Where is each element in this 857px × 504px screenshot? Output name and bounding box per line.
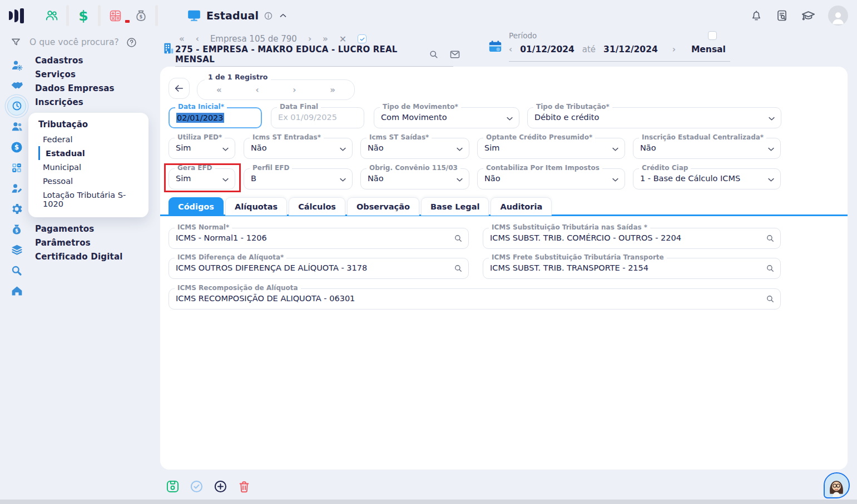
field-data-inicial[interactable]: Data Inicial* 02/01/2023: [169, 107, 262, 128]
clear-company-icon[interactable]: ✕: [339, 34, 346, 44]
chevron-up-icon[interactable]: [278, 11, 288, 21]
select-tipo-movimento[interactable]: Tipo de Movimento* Com Movimento: [374, 107, 519, 128]
bell-icon[interactable]: [750, 9, 763, 22]
sidebar-item-parametros[interactable]: Parâmetros: [35, 236, 160, 249]
search-icon[interactable]: [765, 233, 775, 243]
field-label: Gera EFD: [175, 164, 215, 172]
document-search-icon[interactable]: [775, 9, 789, 22]
calculator-blue-icon[interactable]: [6, 157, 28, 178]
sidebar-item-cadastros[interactable]: Cadastros: [35, 53, 160, 67]
select-icms-st-entradas[interactable]: Icms ST Entradas* Não: [244, 138, 353, 159]
lookup-icms-recomposicao[interactable]: ICMS Recomposição de Alíquota ICMS RECOM…: [169, 288, 781, 310]
select-credito-ciap[interactable]: Crédito Ciap 1 - Base de Cálculo ICMS: [633, 168, 781, 189]
filter-icon[interactable]: [10, 37, 22, 48]
check-circle-icon[interactable]: [189, 479, 204, 494]
select-obrig-convenio[interactable]: Obrig. Convênio 115/03 Não: [360, 168, 469, 189]
tab-aliquotas[interactable]: Alíquotas: [225, 197, 287, 216]
search-blue-icon[interactable]: [6, 260, 28, 281]
search-icon[interactable]: [453, 233, 463, 243]
page-header: Estadual: [187, 8, 288, 23]
field-label: Icms ST Entradas*: [250, 133, 324, 141]
save-icon[interactable]: [165, 479, 180, 494]
select-utiliza-ped[interactable]: Utiliza PED* Sim: [169, 138, 235, 159]
company-search-icon[interactable]: [428, 49, 439, 60]
help-icon[interactable]: [126, 37, 137, 48]
info-icon[interactable]: [264, 11, 273, 21]
period-mode-select[interactable]: Mensal: [691, 44, 726, 54]
select-icms-st-saidas[interactable]: Icms ST Saídas* Não: [360, 138, 469, 159]
back-button[interactable]: [169, 78, 190, 99]
gear-icon[interactable]: [6, 198, 28, 219]
select-perfil-efd[interactable]: Perfil EFD B: [244, 168, 353, 189]
select-value: Não: [361, 169, 469, 188]
first-company-button[interactable]: «: [179, 34, 185, 44]
period-prev-button[interactable]: ‹: [509, 44, 512, 54]
delete-icon[interactable]: [237, 480, 251, 494]
record-action-bar: [165, 479, 251, 494]
period-checkbox[interactable]: [708, 31, 717, 40]
prev-company-button[interactable]: ‹: [196, 34, 199, 44]
submenu-item-pessoal[interactable]: Pessoal: [38, 174, 138, 188]
sidebar-item-dados-empresas[interactable]: Dados Empresas: [35, 81, 160, 95]
period-next-button[interactable]: ›: [672, 44, 676, 54]
sidebar-item-servicos[interactable]: Serviços: [35, 67, 160, 81]
period-start-date[interactable]: 01/12/2024: [520, 44, 574, 54]
tab-calculos[interactable]: Cálculos: [289, 197, 345, 216]
mail-icon[interactable]: [449, 49, 460, 60]
submenu-item-lotacao[interactable]: Lotação Tributária S-1020: [38, 188, 138, 211]
next-record-button[interactable]: ›: [293, 85, 296, 95]
dollar-circle-icon[interactable]: $: [6, 137, 28, 157]
submenu-item-federal[interactable]: Federal: [38, 132, 138, 146]
tab-auditoria[interactable]: Auditoria: [491, 197, 552, 216]
monitor-icon: [187, 8, 201, 23]
horizontal-scrollbar[interactable]: [0, 500, 857, 504]
clock-icon-active[interactable]: [7, 97, 26, 116]
add-icon[interactable]: [213, 479, 228, 494]
divider: [509, 61, 730, 62]
select-tipo-tributacao[interactable]: Tipo de Tributação* Débito e crédito: [527, 107, 781, 128]
moneybag-blue-icon[interactable]: $: [6, 219, 28, 239]
layers-icon[interactable]: [6, 239, 28, 260]
period-end-date[interactable]: 31/12/2024: [603, 44, 658, 54]
search-icon[interactable]: [765, 294, 775, 304]
company-filter-checkbox[interactable]: [358, 34, 366, 43]
first-record-button[interactable]: «: [216, 85, 222, 95]
search-input[interactable]: [28, 37, 126, 48]
user-gear-icon[interactable]: [6, 54, 28, 75]
moneybag-icon[interactable]: $: [132, 9, 150, 23]
select-gera-efd[interactable]: Gera EFD Sim: [169, 168, 235, 189]
select-contabiliza-por-item[interactable]: Contabiliza Por Item Impostos Não: [477, 168, 625, 189]
submenu-item-municipal[interactable]: Municipal: [38, 160, 138, 174]
user-edit-icon[interactable]: [6, 178, 28, 198]
lookup-icms-frete-st[interactable]: ICMS Frete Substituição Tributária Trans…: [483, 258, 781, 279]
tab-codigos[interactable]: Códigos: [169, 197, 224, 216]
graduation-cap-icon[interactable]: [801, 8, 816, 23]
user-avatar[interactable]: [828, 6, 848, 26]
search-icon[interactable]: [453, 263, 463, 273]
lookup-icms-diferenca-aliquota[interactable]: ICMS Diferença de Alíquota* ICMS OUTROS …: [169, 258, 469, 279]
last-record-button[interactable]: »: [330, 85, 335, 95]
lookup-icms-subst-saidas[interactable]: ICMS Substituição Tributária nas Saídas …: [483, 228, 781, 249]
select-optante-credito-presumido[interactable]: Optante Crédito Presumido* Sim: [477, 138, 625, 159]
tab-observacao[interactable]: Observação: [347, 197, 419, 216]
submenu-item-estadual[interactable]: Estadual: [38, 146, 138, 160]
sidebar-item-inscricoes[interactable]: Inscrições: [35, 95, 160, 109]
people-blue-icon[interactable]: [6, 116, 28, 137]
people-icon[interactable]: [43, 8, 61, 23]
prev-record-button[interactable]: ‹: [255, 85, 259, 95]
sidebar-item-pagamentos[interactable]: Pagamentos: [35, 222, 160, 236]
support-chat-avatar[interactable]: [824, 472, 850, 498]
tab-base-legal[interactable]: Base Legal: [421, 197, 489, 216]
field-data-final[interactable]: Data Final Ex 01/09/2025: [271, 107, 364, 128]
search-icon[interactable]: [765, 263, 775, 273]
home-icon[interactable]: [6, 281, 28, 301]
select-inscricao-estadual-centralizada[interactable]: Inscrição Estadual Centralizada* Não: [633, 138, 781, 159]
handshake-icon[interactable]: [6, 75, 28, 96]
dollar-icon[interactable]: $: [75, 9, 92, 23]
lookup-icms-normal[interactable]: ICMS Normal* ICMS - Normal1 - 1206: [169, 228, 469, 249]
calculator-icon[interactable]: [106, 9, 124, 23]
sidebar-item-certificado-digital[interactable]: Certificado Digital: [35, 249, 160, 263]
field-label: Data Inicial*: [175, 103, 227, 111]
next-company-button[interactable]: ›: [308, 34, 311, 44]
last-company-button[interactable]: »: [323, 34, 328, 44]
